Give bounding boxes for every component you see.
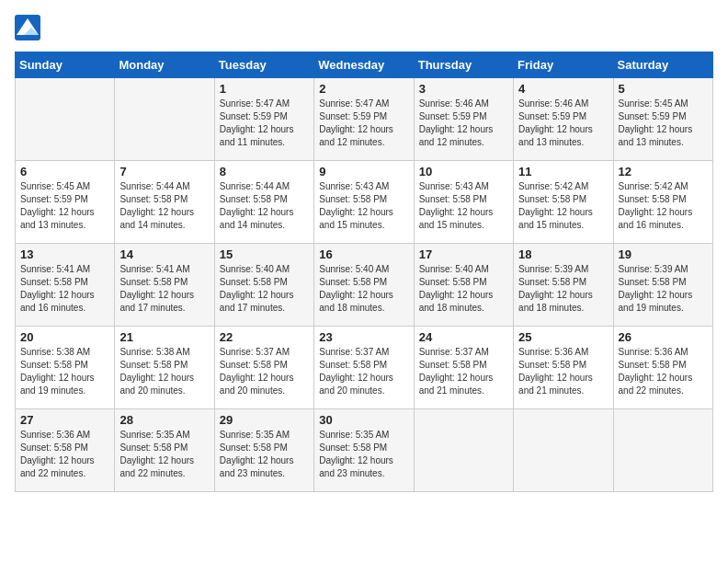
calendar-cell: 29Sunrise: 5:35 AM Sunset: 5:58 PM Dayli…	[214, 409, 313, 492]
day-number: 7	[119, 165, 209, 178]
day-info: Sunrise: 5:43 AM Sunset: 5:58 PM Dayligh…	[419, 180, 508, 232]
calendar-cell: 30Sunrise: 5:35 AM Sunset: 5:58 PM Dayli…	[314, 409, 414, 492]
day-info: Sunrise: 5:44 AM Sunset: 5:58 PM Dayligh…	[220, 180, 309, 232]
day-info: Sunrise: 5:39 AM Sunset: 5:58 PM Dayligh…	[518, 263, 608, 315]
day-number: 11	[518, 165, 608, 178]
calendar-header-row: SundayMondayTuesdayWednesdayThursdayFrid…	[16, 52, 713, 78]
day-number: 17	[419, 247, 508, 261]
calendar-cell: 13Sunrise: 5:41 AM Sunset: 5:58 PM Dayli…	[16, 244, 115, 327]
day-info: Sunrise: 5:42 AM Sunset: 5:58 PM Dayligh…	[518, 180, 608, 232]
day-info: Sunrise: 5:43 AM Sunset: 5:58 PM Dayligh…	[319, 180, 408, 232]
day-info: Sunrise: 5:39 AM Sunset: 5:58 PM Dayligh…	[619, 263, 708, 315]
calendar-cell: 24Sunrise: 5:37 AM Sunset: 5:58 PM Dayli…	[414, 327, 513, 409]
calendar-cell: 15Sunrise: 5:40 AM Sunset: 5:58 PM Dayli…	[214, 244, 313, 327]
calendar-cell: 20Sunrise: 5:38 AM Sunset: 5:58 PM Dayli…	[16, 327, 115, 409]
day-number: 30	[319, 413, 408, 427]
day-header-monday: Monday	[115, 52, 214, 78]
day-number: 8	[220, 165, 309, 178]
day-number: 5	[619, 82, 708, 96]
calendar-cell	[115, 78, 214, 161]
day-number: 19	[619, 247, 708, 261]
day-header-friday: Friday	[514, 52, 613, 78]
day-info: Sunrise: 5:37 AM Sunset: 5:58 PM Dayligh…	[319, 346, 408, 397]
week-row-2: 6Sunrise: 5:45 AM Sunset: 5:59 PM Daylig…	[16, 161, 713, 244]
day-info: Sunrise: 5:38 AM Sunset: 5:58 PM Dayligh…	[119, 346, 209, 397]
calendar-cell: 27Sunrise: 5:36 AM Sunset: 5:58 PM Dayli…	[16, 409, 115, 492]
calendar-cell: 19Sunrise: 5:39 AM Sunset: 5:58 PM Dayli…	[613, 244, 712, 327]
day-info: Sunrise: 5:35 AM Sunset: 5:58 PM Dayligh…	[319, 429, 408, 480]
day-info: Sunrise: 5:47 AM Sunset: 5:59 PM Dayligh…	[220, 98, 309, 149]
day-info: Sunrise: 5:35 AM Sunset: 5:58 PM Dayligh…	[220, 429, 309, 480]
week-row-1: 1Sunrise: 5:47 AM Sunset: 5:59 PM Daylig…	[16, 78, 713, 161]
day-header-tuesday: Tuesday	[214, 52, 313, 78]
day-number: 16	[319, 247, 408, 261]
day-info: Sunrise: 5:35 AM Sunset: 5:58 PM Dayligh…	[119, 429, 209, 480]
header	[15, 15, 713, 40]
day-number: 22	[220, 330, 309, 344]
calendar-cell: 3Sunrise: 5:46 AM Sunset: 5:59 PM Daylig…	[414, 78, 513, 161]
day-number: 28	[119, 413, 209, 427]
calendar-cell: 6Sunrise: 5:45 AM Sunset: 5:59 PM Daylig…	[16, 161, 115, 244]
day-number: 10	[419, 165, 508, 178]
day-number: 20	[20, 330, 109, 344]
day-info: Sunrise: 5:45 AM Sunset: 5:59 PM Dayligh…	[619, 98, 708, 149]
logo	[15, 15, 42, 40]
day-header-sunday: Sunday	[16, 52, 115, 78]
week-row-5: 27Sunrise: 5:36 AM Sunset: 5:58 PM Dayli…	[16, 409, 713, 492]
calendar-cell	[16, 78, 115, 161]
day-number: 1	[220, 82, 309, 96]
day-info: Sunrise: 5:38 AM Sunset: 5:58 PM Dayligh…	[20, 346, 109, 397]
day-info: Sunrise: 5:46 AM Sunset: 5:59 PM Dayligh…	[518, 98, 608, 149]
day-info: Sunrise: 5:36 AM Sunset: 5:58 PM Dayligh…	[619, 346, 708, 397]
day-info: Sunrise: 5:45 AM Sunset: 5:59 PM Dayligh…	[20, 180, 109, 232]
day-info: Sunrise: 5:41 AM Sunset: 5:58 PM Dayligh…	[119, 263, 209, 315]
calendar-cell: 10Sunrise: 5:43 AM Sunset: 5:58 PM Dayli…	[414, 161, 513, 244]
day-info: Sunrise: 5:36 AM Sunset: 5:58 PM Dayligh…	[20, 429, 109, 480]
calendar-cell: 14Sunrise: 5:41 AM Sunset: 5:58 PM Dayli…	[115, 244, 214, 327]
calendar-cell: 8Sunrise: 5:44 AM Sunset: 5:58 PM Daylig…	[214, 161, 313, 244]
calendar-cell: 4Sunrise: 5:46 AM Sunset: 5:59 PM Daylig…	[514, 78, 613, 161]
day-number: 13	[20, 247, 109, 261]
calendar-cell: 21Sunrise: 5:38 AM Sunset: 5:58 PM Dayli…	[115, 327, 214, 409]
calendar-cell	[414, 409, 513, 492]
day-info: Sunrise: 5:40 AM Sunset: 5:58 PM Dayligh…	[220, 263, 309, 315]
day-header-thursday: Thursday	[414, 52, 513, 78]
calendar-cell: 26Sunrise: 5:36 AM Sunset: 5:58 PM Dayli…	[613, 327, 712, 409]
calendar-cell: 25Sunrise: 5:36 AM Sunset: 5:58 PM Dayli…	[514, 327, 613, 409]
day-number: 2	[319, 82, 408, 96]
calendar-cell: 17Sunrise: 5:40 AM Sunset: 5:58 PM Dayli…	[414, 244, 513, 327]
calendar-cell: 18Sunrise: 5:39 AM Sunset: 5:58 PM Dayli…	[514, 244, 613, 327]
calendar-cell	[613, 409, 712, 492]
day-number: 12	[619, 165, 708, 178]
day-info: Sunrise: 5:37 AM Sunset: 5:58 PM Dayligh…	[419, 346, 508, 397]
day-number: 23	[319, 330, 408, 344]
calendar-cell	[514, 409, 613, 492]
logo-icon	[15, 15, 40, 40]
day-info: Sunrise: 5:44 AM Sunset: 5:58 PM Dayligh…	[119, 180, 209, 232]
day-number: 29	[220, 413, 309, 427]
day-number: 26	[619, 330, 708, 344]
calendar-cell: 22Sunrise: 5:37 AM Sunset: 5:58 PM Dayli…	[214, 327, 313, 409]
calendar-cell: 9Sunrise: 5:43 AM Sunset: 5:58 PM Daylig…	[314, 161, 414, 244]
day-number: 18	[518, 247, 608, 261]
calendar-cell: 7Sunrise: 5:44 AM Sunset: 5:58 PM Daylig…	[115, 161, 214, 244]
day-number: 21	[119, 330, 209, 344]
calendar-cell: 16Sunrise: 5:40 AM Sunset: 5:58 PM Dayli…	[314, 244, 414, 327]
calendar-cell: 28Sunrise: 5:35 AM Sunset: 5:58 PM Dayli…	[115, 409, 214, 492]
day-number: 4	[518, 82, 608, 96]
day-number: 24	[419, 330, 508, 344]
day-info: Sunrise: 5:37 AM Sunset: 5:58 PM Dayligh…	[220, 346, 309, 397]
calendar-table: SundayMondayTuesdayWednesdayThursdayFrid…	[15, 52, 713, 492]
day-info: Sunrise: 5:46 AM Sunset: 5:59 PM Dayligh…	[419, 98, 508, 149]
day-info: Sunrise: 5:41 AM Sunset: 5:58 PM Dayligh…	[20, 263, 109, 315]
calendar-cell: 12Sunrise: 5:42 AM Sunset: 5:58 PM Dayli…	[613, 161, 712, 244]
day-number: 15	[220, 247, 309, 261]
day-number: 6	[20, 165, 109, 178]
day-info: Sunrise: 5:40 AM Sunset: 5:58 PM Dayligh…	[319, 263, 408, 315]
week-row-4: 20Sunrise: 5:38 AM Sunset: 5:58 PM Dayli…	[16, 327, 713, 409]
calendar-cell: 11Sunrise: 5:42 AM Sunset: 5:58 PM Dayli…	[514, 161, 613, 244]
day-number: 9	[319, 165, 408, 178]
day-info: Sunrise: 5:42 AM Sunset: 5:58 PM Dayligh…	[619, 180, 708, 232]
week-row-3: 13Sunrise: 5:41 AM Sunset: 5:58 PM Dayli…	[16, 244, 713, 327]
calendar-cell: 2Sunrise: 5:47 AM Sunset: 5:59 PM Daylig…	[314, 78, 414, 161]
